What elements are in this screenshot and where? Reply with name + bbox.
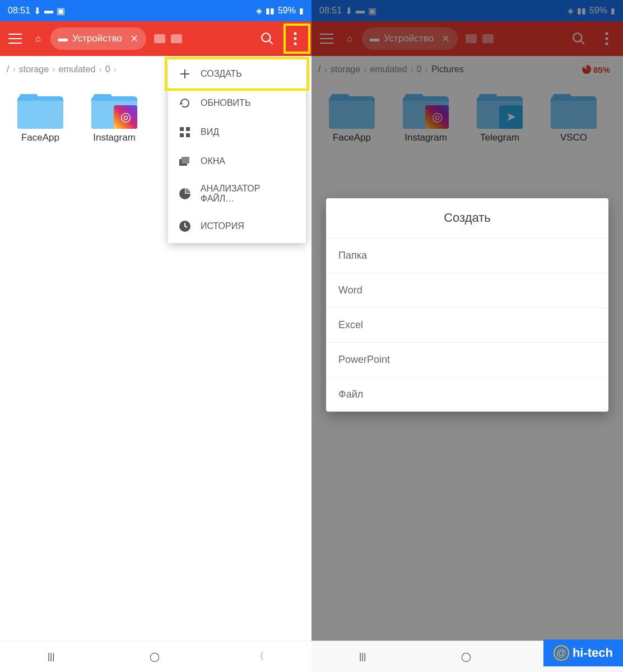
- status-time: 08:51: [8, 6, 30, 16]
- app-bar: ⌂ ▬ Устройство ✕: [312, 21, 623, 56]
- screen-right: 08:51 ⬇ ▬ ▣ ◈ ▮▮ 59% ▮ ⌂ ▬ Устройство ✕ …: [312, 0, 623, 672]
- create-dialog: Создать Папка Word Excel PowerPoint Файл: [326, 198, 608, 412]
- breadcrumb-seg[interactable]: 0: [417, 64, 422, 74]
- svg-rect-4: [180, 127, 184, 131]
- chevron-right-icon: ›: [99, 64, 101, 74]
- download-icon: ⬇: [34, 6, 41, 16]
- menu-history[interactable]: ИСТОРИЯ: [168, 212, 306, 241]
- folder-icon: ◎: [91, 92, 137, 129]
- cloud-icon[interactable]: [171, 34, 182, 43]
- folder-item[interactable]: ◎ Instagram: [77, 87, 151, 148]
- svg-rect-9: [182, 157, 189, 164]
- tab-indicator[interactable]: [466, 34, 477, 43]
- breadcrumb-root[interactable]: /: [7, 64, 9, 74]
- search-button[interactable]: [255, 27, 279, 50]
- svg-point-13: [606, 38, 608, 40]
- chevron-right-icon: ›: [52, 64, 55, 74]
- tab-indicator[interactable]: [154, 34, 165, 43]
- battery-text: 59%: [278, 6, 296, 16]
- nav-home[interactable]: ◯: [461, 651, 471, 662]
- menu-label: СОЗДАТЬ: [201, 69, 242, 79]
- device-icon: ▬: [58, 33, 68, 44]
- refresh-icon: [178, 96, 192, 110]
- folder-item[interactable]: ➤ Telegram: [463, 87, 537, 148]
- screen-left: 08:51 ⬇ ▬ ▣ ◈ ▮▮ 59% ▮ ⌂ ▬ Устройство ✕: [0, 0, 312, 672]
- signal-icon: ▮▮: [266, 6, 275, 15]
- breadcrumb-root[interactable]: /: [318, 64, 320, 74]
- signal-icon: ▮▮: [577, 6, 586, 15]
- breadcrumb-seg[interactable]: 0: [105, 64, 110, 74]
- device-label: Устройство: [72, 33, 122, 44]
- folder-icon: [551, 92, 597, 129]
- svg-point-0: [262, 33, 270, 41]
- close-icon[interactable]: ✕: [441, 32, 450, 45]
- image-status-icon: ▣: [368, 6, 376, 16]
- dialog-item-excel[interactable]: Excel: [326, 307, 608, 342]
- dialog-item-powerpoint[interactable]: PowerPoint: [326, 342, 608, 377]
- device-chip[interactable]: ▬ Устройство ✕: [362, 27, 458, 50]
- device-label: Устройство: [384, 33, 434, 44]
- cloud-icon[interactable]: [482, 34, 494, 43]
- breadcrumb-seg[interactable]: emulated: [58, 64, 95, 74]
- storage-badge[interactable]: 85%: [576, 62, 616, 77]
- menu-label: ИСТОРИЯ: [201, 221, 244, 231]
- home-icon[interactable]: ⌂: [342, 31, 357, 46]
- folder-item[interactable]: ◎ Instagram: [389, 87, 463, 148]
- folder-label: Telegram: [480, 132, 519, 143]
- folder-item[interactable]: VSCO: [537, 87, 611, 148]
- pie-chart-icon: [178, 187, 192, 200]
- dialog-item-file[interactable]: Файл: [326, 377, 608, 412]
- folder-item[interactable]: FaceApp: [3, 87, 77, 148]
- chevron-right-icon: ›: [364, 64, 366, 74]
- device-chip[interactable]: ▬ Устройство ✕: [50, 27, 146, 50]
- folder-item[interactable]: FaceApp: [315, 87, 389, 148]
- folder-status-icon: ▬: [44, 6, 53, 16]
- battery-icon: ▮: [299, 6, 304, 15]
- breadcrumb-seg[interactable]: storage: [331, 64, 360, 74]
- breadcrumb-seg[interactable]: Pictures: [431, 64, 464, 74]
- watermark: @ hi-tech: [543, 640, 623, 666]
- chevron-right-icon: ›: [425, 64, 428, 74]
- dropdown-menu: СОЗДАТЬ ОБНОВИТЬ ВИД ОКНА АНАЛИЗАТОР ФАЙ…: [168, 57, 306, 243]
- menu-windows[interactable]: ОКНА: [168, 147, 306, 176]
- home-icon[interactable]: ⌂: [30, 31, 46, 46]
- battery-text: 59%: [589, 6, 607, 16]
- file-grid: FaceApp ◎ Instagram ➤ Telegram VSCO: [312, 83, 623, 152]
- menu-button[interactable]: [316, 28, 337, 49]
- close-icon[interactable]: ✕: [130, 32, 138, 45]
- more-button[interactable]: [595, 27, 619, 50]
- chevron-right-icon: ›: [324, 64, 327, 74]
- menu-refresh[interactable]: ОБНОВИТЬ: [168, 88, 306, 118]
- menu-create[interactable]: СОЗДАТЬ: [168, 59, 306, 88]
- dialog-title: Создать: [326, 198, 608, 238]
- chevron-right-icon: ›: [410, 64, 413, 74]
- tab-icons: [154, 34, 182, 43]
- menu-analyzer[interactable]: АНАЛИЗАТОР ФАЙЛ…: [168, 176, 306, 212]
- breadcrumb-seg[interactable]: storage: [19, 64, 49, 74]
- menu-button[interactable]: [4, 28, 26, 49]
- nav-recent[interactable]: |||: [48, 652, 54, 662]
- app-bar: ⌂ ▬ Устройство ✕: [0, 21, 312, 56]
- more-button[interactable]: [283, 27, 307, 50]
- chevron-right-icon: ›: [12, 64, 15, 74]
- breadcrumb-seg[interactable]: emulated: [370, 64, 407, 74]
- clock-icon: [178, 220, 192, 233]
- breadcrumb: / › storage › emulated › 0 › Pictures 85…: [312, 56, 623, 83]
- dialog-item-word[interactable]: Word: [326, 273, 608, 307]
- svg-rect-6: [180, 133, 184, 137]
- folder-status-icon: ▬: [356, 6, 365, 16]
- status-bar: 08:51 ⬇ ▬ ▣ ◈ ▮▮ 59% ▮: [0, 0, 312, 21]
- tab-icons: [466, 34, 494, 43]
- at-icon: @: [554, 645, 569, 661]
- nav-home[interactable]: ◯: [150, 651, 160, 662]
- dialog-item-folder[interactable]: Папка: [326, 238, 608, 273]
- nav-recent[interactable]: |||: [359, 652, 366, 662]
- battery-icon: ▮: [611, 6, 615, 15]
- folder-icon: ◎: [403, 92, 449, 129]
- search-button[interactable]: [567, 27, 591, 50]
- svg-point-1: [294, 32, 297, 35]
- menu-label: АНАЛИЗАТОР ФАЙЛ…: [201, 184, 296, 204]
- menu-view[interactable]: ВИД: [168, 118, 306, 147]
- svg-point-11: [573, 33, 582, 41]
- nav-back[interactable]: 〈: [255, 651, 264, 662]
